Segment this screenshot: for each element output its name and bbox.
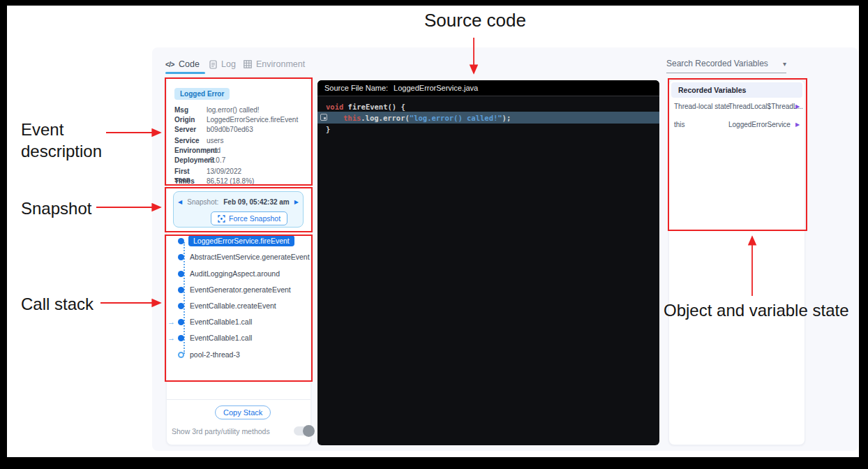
annotation-box-call-stack bbox=[165, 234, 313, 382]
active-tab-underline bbox=[165, 72, 205, 74]
source-file-label: Source File Name: bbox=[324, 84, 388, 92]
source-file-name: LoggedErrorService.java bbox=[394, 84, 478, 92]
search-select-underline bbox=[666, 73, 786, 73]
source-file-header: Source File Name: LoggedErrorService.jav… bbox=[317, 80, 659, 96]
code-line-2: this.log.error("log.error() called!"); bbox=[343, 114, 511, 122]
annotation-event-description: Event description bbox=[21, 119, 147, 162]
tab-code[interactable]: </> Code bbox=[165, 59, 200, 69]
show-3rd-party-toggle[interactable] bbox=[294, 426, 313, 436]
source-code-panel: Source File Name: LoggedErrorService.jav… bbox=[317, 80, 659, 445]
search-recorded-variables-select[interactable]: Search Recorded Variables ▾ bbox=[666, 59, 786, 68]
annotation-call-stack: Call stack bbox=[21, 293, 93, 315]
environment-grid-icon bbox=[244, 60, 252, 68]
toggle-knob bbox=[303, 425, 315, 437]
log-icon bbox=[209, 60, 217, 69]
show-3rd-party-label: Show 3rd party/utility methods bbox=[172, 427, 270, 436]
tab-log-label: Log bbox=[221, 59, 236, 69]
code-line-1: void fireEvent() { bbox=[326, 103, 405, 111]
copy-stack-button[interactable]: Copy Stack bbox=[215, 405, 271, 419]
annotation-box-recorded-variables bbox=[668, 78, 807, 231]
code-icon: </> bbox=[165, 61, 174, 68]
chevron-down-icon: ▾ bbox=[783, 60, 786, 68]
tab-environment[interactable]: Environment bbox=[244, 59, 305, 69]
annotation-box-event-description bbox=[165, 77, 313, 186]
snapshot-marker-icon[interactable] bbox=[320, 114, 327, 121]
annotation-box-snapshot bbox=[165, 187, 313, 232]
search-select-placeholder: Search Recorded Variables bbox=[666, 59, 768, 68]
annotation-source-code: Source code bbox=[424, 10, 526, 31]
screenshot-canvas: </> Code Log Environment Search Recorded… bbox=[0, 0, 868, 469]
tab-code-label: Code bbox=[179, 59, 200, 69]
divider bbox=[167, 399, 310, 400]
code-line-3: } bbox=[326, 125, 330, 133]
tab-environment-label: Environment bbox=[256, 59, 305, 69]
tab-log[interactable]: Log bbox=[209, 59, 236, 69]
annotation-snapshot: Snapshot bbox=[21, 198, 91, 219]
annotation-object-state: Object and variable state bbox=[664, 299, 849, 321]
